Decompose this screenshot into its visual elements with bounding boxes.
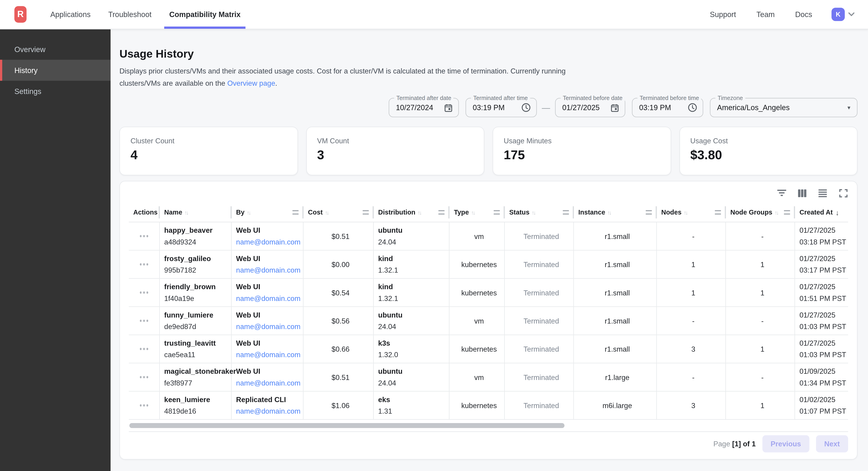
scrollbar-thumb[interactable] [129,423,565,428]
columns-icon[interactable] [797,188,807,198]
nav-item-troubleshoot[interactable]: Troubleshoot [103,0,156,29]
cell-instance: r1.small [574,335,657,363]
avatar[interactable]: K [832,8,845,21]
column-menu-icon[interactable] [715,210,721,214]
row-actions-icon[interactable] [133,263,159,265]
column-header-cost[interactable]: Cost ↑↓ [304,203,374,222]
filter-icon[interactable] [777,188,787,198]
row-actions-icon[interactable] [133,235,159,237]
created-date: 01/09/2025 [799,365,848,377]
nav-link-team[interactable]: Team [756,10,775,19]
created-by-source: Replicated CLI [236,394,303,405]
chevron-down-icon[interactable] [848,12,855,17]
stat-label: VM Count [317,137,473,145]
terminated-after-date-input[interactable] [396,104,440,112]
nav-link-support[interactable]: Support [710,10,736,19]
timezone-select[interactable]: Timezone America/Los_Angeles ▼ [710,98,858,117]
cell-nodes: - [657,223,726,250]
column-menu-icon[interactable] [494,210,500,214]
created-time: 01:03 PM PST [799,349,848,360]
cell-name: trusting_leavitt cae5ea11 [160,335,232,363]
sort-icon: ↑↓ [325,209,328,215]
page-indicator: Page [1] of 1 [713,439,756,448]
column-header-distribution[interactable]: Distribution ↑↓ [374,203,450,222]
column-header-type[interactable]: Type ↑↓ [450,203,505,222]
created-by-email-link[interactable]: name@domain.com [236,349,303,360]
cell-instance: r1.large [574,363,657,391]
page-title: Usage History [119,48,858,60]
column-header-nodes[interactable]: Nodes ↑↓ [657,203,726,222]
table-row: funny_lumiere de9ed87d Web UI name@domai… [129,307,848,335]
column-header-name[interactable]: Name ↑↓ [160,203,232,222]
created-time: 01:34 PM PST [799,377,848,389]
stat-label: Cluster Count [130,137,286,145]
created-by-email-link[interactable]: name@domain.com [236,264,303,276]
column-menu-icon[interactable] [292,210,299,214]
fullscreen-icon[interactable] [838,188,848,198]
sidebar-item-overview[interactable]: Overview [0,39,111,60]
terminated-after-time-field[interactable]: Terminated after time [466,98,537,117]
column-menu-icon[interactable] [438,210,444,214]
nav-item-compatibility-matrix[interactable]: Compatibility Matrix [164,0,246,29]
calendar-icon[interactable] [611,103,619,112]
column-label: Status [509,209,529,216]
terminated-after-time-input[interactable] [473,104,518,112]
overview-page-link[interactable]: Overview page [227,79,275,87]
row-actions-icon[interactable] [133,320,159,322]
column-header-by[interactable]: By ↑↓ [232,203,304,222]
created-by-email-link[interactable]: name@domain.com [236,293,303,304]
secondary-nav: Support Team Docs K [689,8,855,21]
density-icon[interactable] [818,188,828,198]
column-header-instance[interactable]: Instance ↑↓ [574,203,657,222]
column-menu-icon[interactable] [363,210,369,214]
terminated-before-date-field[interactable]: Terminated before date [555,98,625,117]
sort-icon: ↑↓ [684,209,687,215]
cell-instance: r1.small [574,307,657,334]
cell-status: Terminated [505,335,574,363]
calendar-icon[interactable] [444,103,453,112]
main-content: Usage History Displays prior clusters/VM… [111,29,868,471]
sidebar-item-settings[interactable]: Settings [0,81,111,101]
distribution-name: ubuntu [378,365,449,377]
sidebar-item-history[interactable]: History [0,60,111,81]
nav-link-docs[interactable]: Docs [795,10,812,19]
created-by-email-link[interactable]: name@domain.com [236,405,303,417]
created-by-email-link[interactable]: name@domain.com [236,321,303,332]
cell-name: funny_lumiere de9ed87d [160,307,232,334]
column-header-node-groups[interactable]: Node Groups ↑↓ [726,203,795,222]
cell-created-at: 01/27/2025 03:17 PM PST [795,251,848,278]
next-page-button[interactable]: Next [816,435,848,452]
created-by-email-link[interactable]: name@domain.com [236,377,303,389]
cell-name: magical_stonebraker fe3f8977 [160,363,232,391]
cell-nodes: - [657,307,726,334]
clock-icon[interactable] [688,103,697,112]
created-by-email-link[interactable]: name@domain.com [236,236,303,248]
replicated-logo[interactable]: R [14,6,27,23]
distribution-version: 24.04 [378,236,449,248]
column-menu-icon[interactable] [563,210,569,214]
column-menu-icon[interactable] [784,210,790,214]
terminated-before-time-field[interactable]: Terminated before time [632,98,703,117]
cluster-name: happy_beaver [164,225,231,236]
row-actions-icon[interactable] [133,348,159,350]
column-header-status[interactable]: Status ↑↓ [505,203,574,222]
cell-cost: $1.06 [304,391,374,419]
row-actions-icon[interactable] [133,376,159,378]
column-menu-icon[interactable] [646,210,652,214]
cell-name: friendly_brown 1f40a19e [160,279,232,306]
cell-instance: r1.small [574,251,657,278]
cell-status: Terminated [505,279,574,306]
cell-actions [129,307,160,334]
previous-page-button[interactable]: Previous [762,435,809,452]
column-header-created-at[interactable]: Created At ↓ [795,203,848,222]
clock-icon[interactable] [521,103,531,112]
terminated-before-time-input[interactable] [639,104,684,112]
cluster-id: cae5ea11 [164,349,231,360]
row-actions-icon[interactable] [133,404,159,406]
terminated-after-date-field[interactable]: Terminated after date [389,98,459,117]
description-line-1: Displays prior clusters/VMs and their as… [119,67,565,75]
terminated-before-date-input[interactable] [562,104,607,112]
cell-type: kubernetes [450,279,505,306]
nav-item-applications[interactable]: Applications [45,0,96,29]
row-actions-icon[interactable] [133,292,159,293]
